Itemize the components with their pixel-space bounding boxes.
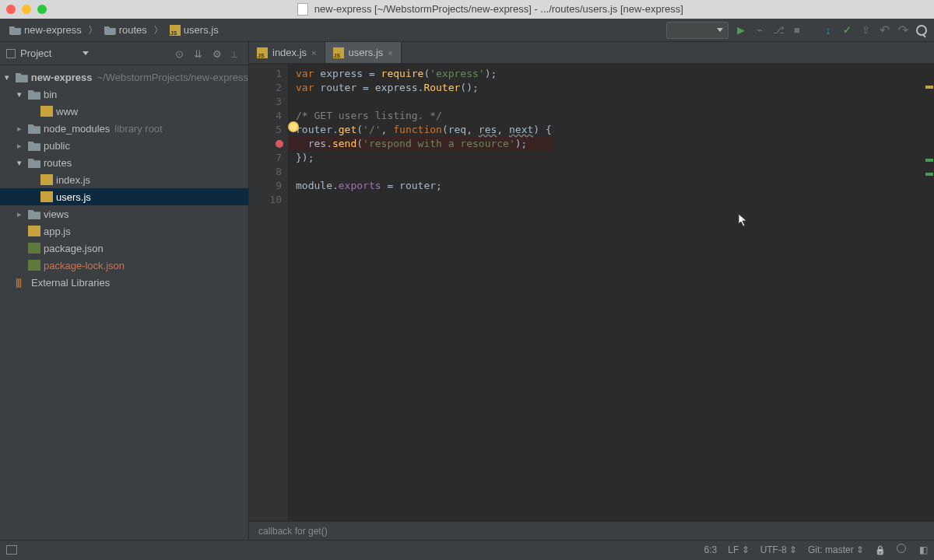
expand-arrow-icon[interactable] (17, 124, 25, 134)
close-tab-icon[interactable]: × (311, 48, 316, 58)
ok-marker[interactable] (925, 159, 933, 162)
warning-marker[interactable] (925, 86, 933, 89)
tree-item-label: routes (44, 157, 72, 169)
line-number[interactable]: 3 (252, 95, 282, 109)
tree-item[interactable]: public (0, 137, 248, 154)
js-icon (170, 25, 181, 36)
tree-item[interactable]: routes (0, 154, 248, 171)
tree-item[interactable]: node_moduleslibrary root (0, 120, 248, 137)
settings-icon[interactable]: ⚙ (212, 48, 223, 59)
tree-item[interactable]: users.js (0, 188, 248, 205)
code-line[interactable]: /* GET users listing. */ (296, 109, 552, 123)
code-line[interactable] (296, 95, 552, 109)
tree-item[interactable]: package-lock.json (0, 257, 248, 274)
line-number[interactable]: 4 (252, 109, 282, 123)
run-icon[interactable]: ▶ (735, 24, 747, 37)
editor-tab[interactable]: users.js× (325, 42, 402, 63)
js-icon (40, 191, 53, 202)
tree-item-label: node_modules (44, 123, 110, 135)
tree-item[interactable]: app.js (0, 222, 248, 240)
js-icon (333, 47, 344, 58)
breadcrumb-item[interactable]: users.js (167, 23, 222, 37)
code-line[interactable]: router.get('/', function(req, res, next)… (296, 123, 552, 137)
intention-bulb-icon[interactable] (288, 121, 299, 132)
debug-icon[interactable]: ⌁ (753, 24, 766, 37)
tree-item[interactable]: www (0, 103, 248, 120)
coverage-icon[interactable]: ⎇ (772, 24, 785, 37)
line-number[interactable]: 9 (252, 179, 282, 193)
project-tree[interactable]: new-express~/WebstormProjects/new-expres… (0, 65, 248, 294)
ok-marker[interactable] (925, 173, 933, 176)
tree-item[interactable]: new-express~/WebstormProjects/new-expres… (0, 68, 248, 86)
close-tab-icon[interactable]: × (388, 48, 392, 58)
expand-arrow-icon[interactable] (5, 72, 12, 82)
git-branch[interactable]: Git: master ⇕ (808, 544, 864, 555)
code-content[interactable]: var express = require('express');var rou… (288, 64, 560, 521)
expand-arrow-icon[interactable] (17, 158, 25, 168)
breakpoint-icon[interactable] (276, 140, 283, 148)
expand-arrow-icon[interactable] (17, 141, 25, 151)
tree-item[interactable]: bin (0, 86, 248, 103)
tree-item[interactable]: views (0, 205, 248, 222)
scroll-from-source-icon[interactable]: ⊙ (175, 48, 186, 59)
breadcrumb-bar[interactable]: callback for get() (249, 521, 934, 540)
file-icon (297, 3, 308, 16)
readonly-icon[interactable] (875, 544, 886, 555)
vcs-icon[interactable] (897, 544, 908, 555)
code-line[interactable]: module.exports = router; (296, 179, 552, 193)
folder-icon (28, 123, 40, 134)
close-window-button[interactable] (6, 5, 16, 14)
push-icon[interactable]: ⇧ (859, 24, 872, 37)
mouse-cursor (738, 213, 749, 227)
file-encoding[interactable]: UTF-8 ⇕ (760, 544, 797, 555)
project-tool-button[interactable] (6, 49, 16, 58)
line-number[interactable]: 10 (252, 193, 282, 207)
code-line[interactable] (296, 165, 552, 179)
sidebar-title[interactable]: Project (20, 47, 51, 59)
folder-icon (28, 208, 40, 219)
line-number[interactable]: 5 (252, 123, 282, 137)
code-line[interactable]: var express = require('express'); (296, 67, 552, 81)
undo-icon[interactable] (878, 24, 890, 37)
breadcrumb-item[interactable]: new-express (6, 23, 85, 37)
caret-position[interactable]: 6:3 (704, 544, 718, 555)
project-sidebar: Project ⊙ ⇊ ⚙ ⟂ new-express~/WebstormPro… (0, 42, 249, 540)
search-icon[interactable] (915, 24, 928, 37)
editor-tab[interactable]: index.js× (249, 42, 325, 63)
code-line[interactable]: }); (296, 151, 552, 165)
sidebar-view-dropdown[interactable] (83, 51, 89, 55)
update-project-icon[interactable] (822, 24, 834, 37)
tree-item[interactable]: External Libraries (0, 274, 248, 291)
hide-icon[interactable]: ⟂ (231, 48, 242, 59)
code-editor[interactable]: 12345678910 var express = require('expre… (249, 64, 934, 521)
code-line[interactable]: res.send('respond with a resource'); (288, 137, 552, 151)
code-line[interactable]: var router = express.Router(); (296, 81, 552, 95)
line-number[interactable]: 7 (252, 151, 282, 165)
minimize-window-button[interactable] (22, 5, 31, 14)
tree-item-label: public (44, 140, 70, 152)
stop-icon[interactable]: ■ (791, 24, 803, 37)
line-number[interactable]: 6 (252, 137, 282, 151)
line-separator[interactable]: LF ⇕ (728, 544, 749, 555)
status-extra-icon[interactable]: ◧ (919, 544, 928, 555)
line-number[interactable]: 2 (252, 81, 282, 95)
collapse-all-icon[interactable]: ⇊ (194, 48, 205, 59)
breadcrumb-item[interactable]: routes (101, 23, 150, 37)
expand-arrow-icon[interactable] (17, 209, 25, 219)
code-line[interactable] (296, 193, 552, 207)
tree-item[interactable]: index.js (0, 171, 248, 188)
error-stripe[interactable] (925, 86, 934, 241)
tool-windows-icon[interactable] (6, 545, 17, 555)
redo-icon[interactable] (897, 24, 909, 37)
expand-arrow-icon[interactable] (17, 89, 25, 100)
sidebar-header: Project ⊙ ⇊ ⚙ ⟂ (0, 42, 248, 65)
gutter[interactable]: 12345678910 (249, 64, 288, 521)
line-number[interactable]: 8 (252, 165, 282, 179)
zoom-window-button[interactable] (37, 5, 47, 14)
tree-item[interactable]: package.json (0, 240, 248, 257)
line-number[interactable]: 1 (252, 67, 282, 81)
status-bar: 6:3 LF ⇕ UTF-8 ⇕ Git: master ⇕ ◧ (0, 540, 934, 558)
commit-icon[interactable] (841, 24, 853, 37)
run-config-selector[interactable] (666, 22, 729, 39)
js-icon (40, 106, 53, 117)
